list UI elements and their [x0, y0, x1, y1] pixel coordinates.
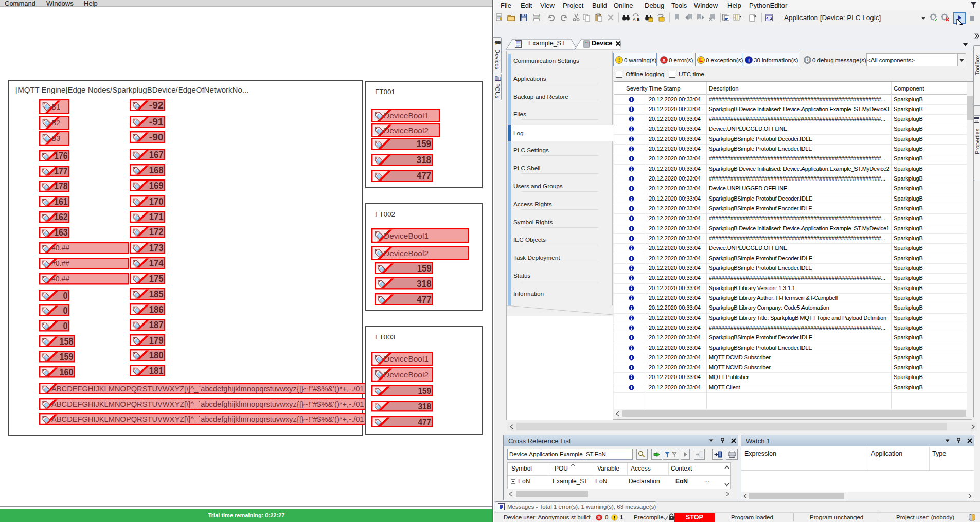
svg-text:178: 178	[54, 181, 67, 191]
svg-text:E: E	[699, 57, 703, 63]
svg-text:B2: B2	[51, 119, 60, 127]
svg-text:ABCDEFGHIJKLMNOPQRSTUVWXYZ[\]^: ABCDEFGHIJKLMNOPQRSTUVWXYZ[\]^_`abcdefgh…	[51, 384, 364, 393]
svg-text:161: 161	[54, 197, 67, 207]
svg-text:0: 0	[63, 305, 68, 316]
svg-text:318: 318	[418, 402, 432, 411]
svg-text:#0.##: #0.##	[51, 244, 69, 252]
svg-text:477: 477	[417, 294, 432, 304]
svg-text:177: 177	[54, 166, 67, 176]
svg-text:i: i	[748, 57, 750, 63]
svg-text:ABCDEFGHIJKLMNOPQRSTUVWXYZ[\]^: ABCDEFGHIJKLMNOPQRSTUVWXYZ[\]^_`abcdefgh…	[51, 400, 364, 408]
svg-text:0: 0	[63, 321, 68, 331]
svg-text:187: 187	[149, 319, 164, 330]
svg-text:DeviceBool2: DeviceBool2	[384, 370, 429, 379]
svg-text:163: 163	[54, 228, 67, 238]
svg-text:-91: -91	[149, 116, 164, 127]
svg-text:158: 158	[60, 336, 74, 347]
svg-text:180: 180	[149, 350, 164, 361]
svg-text:0: 0	[63, 290, 68, 300]
svg-text:176: 176	[54, 151, 67, 161]
svg-text:170: 170	[149, 196, 164, 207]
svg-text:186: 186	[149, 304, 164, 315]
svg-text:175: 175	[149, 273, 164, 284]
svg-text:185: 185	[149, 289, 164, 299]
svg-text:DeviceBool2: DeviceBool2	[384, 126, 429, 135]
svg-text:477: 477	[417, 170, 431, 181]
svg-text:162: 162	[54, 212, 67, 223]
svg-text:169: 169	[149, 180, 164, 191]
svg-text:174: 174	[149, 258, 164, 268]
svg-text:159: 159	[417, 263, 432, 274]
svg-text:DeviceBool2: DeviceBool2	[384, 248, 429, 257]
svg-text:#0.##: #0.##	[51, 275, 69, 283]
svg-text:179: 179	[149, 335, 164, 346]
svg-text:DeviceBool1: DeviceBool1	[384, 111, 429, 120]
svg-text:!: !	[618, 57, 620, 63]
svg-text:ABCDEFGHIJKLMNOPQRSTUVWXYZ[\]^: ABCDEFGHIJKLMNOPQRSTUVWXYZ[\]^_`abcdefgh…	[51, 415, 364, 423]
svg-text:318: 318	[417, 154, 431, 165]
svg-text:171: 171	[149, 211, 164, 222]
svg-text:477: 477	[418, 417, 432, 427]
svg-text:173: 173	[149, 242, 164, 253]
svg-text:159: 159	[418, 386, 432, 395]
svg-text:B1: B1	[51, 103, 60, 111]
svg-text:181: 181	[149, 365, 164, 376]
svg-text:#0.##: #0.##	[51, 259, 69, 267]
svg-text:168: 168	[149, 165, 164, 175]
svg-text:D: D	[806, 57, 810, 63]
svg-text:A: A	[633, 17, 636, 22]
svg-text:DeviceBool1: DeviceBool1	[384, 354, 429, 363]
svg-text:167: 167	[149, 149, 164, 160]
svg-text:318: 318	[417, 278, 432, 289]
svg-text:B3: B3	[51, 134, 60, 142]
svg-text:160: 160	[60, 367, 74, 377]
svg-text:172: 172	[149, 227, 164, 238]
svg-text:x: x	[662, 57, 666, 63]
svg-text:159: 159	[60, 352, 74, 362]
svg-text:B: B	[637, 17, 640, 22]
svg-text:159: 159	[417, 138, 431, 149]
svg-text:DeviceBool1: DeviceBool1	[384, 231, 429, 240]
svg-text:-90: -90	[149, 132, 164, 142]
svg-text:-92: -92	[149, 100, 164, 111]
